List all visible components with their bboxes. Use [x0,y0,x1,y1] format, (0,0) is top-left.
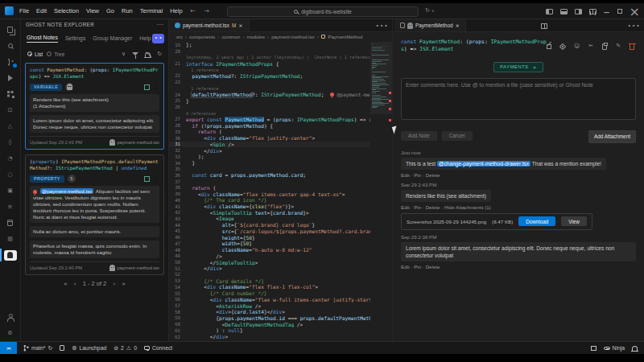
notifications-off-icon[interactable] [145,52,151,57]
activity-extension-f[interactable] [0,215,20,231]
activity-settings[interactable]: ⚙ [0,325,20,341]
bell-icon[interactable] [632,346,638,351]
tab-ghost-note-paymentmethod[interactable]: PaymentMethod × [394,19,466,31]
expand-icon[interactable] [547,44,551,49]
breadcrumb-item-modules[interactable]: modules [247,35,265,39]
comment-action-delete[interactable]: Delete [426,264,440,269]
activity-search[interactable] [0,38,20,54]
minimap[interactable] [370,42,392,341]
view-button[interactable]: View [561,216,587,226]
box-icon[interactable] [591,346,597,351]
comment-action-edit[interactable]: Edit [401,264,410,269]
menu-terminal[interactable]: Terminal [140,7,163,14]
activity-run-debug[interactable] [0,70,20,86]
activity-extension-g[interactable]: ▨ [0,231,20,247]
note-file-link[interactable]: payment-method.tsx [109,139,159,146]
menu-go[interactable]: Go [106,7,114,14]
nav-ghost-notes[interactable]: Ghost Notes [27,35,58,43]
open-file-icon[interactable] [144,176,150,182]
add-note-button[interactable]: Add Note [401,131,437,141]
view-mode-list[interactable]: List [27,51,43,57]
collapse-icon[interactable]: ∨ [122,51,126,57]
activity-extension-b[interactable]: ◔ [0,150,20,167]
ghost-note-card[interactable]: const PaymentMethod: (props: IPaymentMet… [25,63,164,150]
breadcrumb-item-components[interactable]: components [189,35,215,39]
discord-icon[interactable] [152,34,164,43]
activity-ghost-note[interactable] [0,247,20,263]
note-file-link[interactable]: payment-method.tsx [109,265,159,271]
menu-file[interactable]: File [19,7,29,14]
menu-run[interactable]: Run [122,7,133,14]
card-menu-icon[interactable]: ⋮ [153,84,159,90]
activity-extension-e[interactable]: ≡ [0,199,20,215]
activity-extension-c[interactable]: ○ [0,167,20,183]
open-file-icon[interactable] [144,84,150,90]
prev-page-icon[interactable]: ‹ [74,280,76,287]
comment-action-pin[interactable]: Pin [414,204,421,210]
maximize-icon[interactable] [617,9,622,14]
file-mention[interactable]: @change-payment-method-drawer.tsx [437,161,530,167]
comment-action-delete[interactable]: Delete [426,204,440,210]
close-icon[interactable]: × [630,4,640,19]
tag-payments[interactable]: PAYMENTS × [493,62,543,72]
activity-extensions[interactable] [0,86,20,102]
activity-explorer[interactable] [0,22,20,38]
branch-status[interactable]: main*↻ [23,344,52,352]
comment-action-delete[interactable]: Delete [426,172,440,178]
activity-extension-d[interactable]: ▣ [0,183,20,199]
first-page-icon[interactable]: « [64,280,68,287]
clipboard-icon[interactable] [602,43,607,50]
run-control[interactable]: ↻ ∨ [425,7,435,14]
ghost-note-card[interactable]: (property) IPaymentMethodProps.defaultPa… [25,154,164,275]
cancel-button[interactable]: Cancel [442,131,473,141]
nav-group-manager[interactable]: Group Manager [93,35,132,41]
menu-edit[interactable]: Edit [36,7,47,14]
marker-icon[interactable]: ✎ [616,43,621,49]
comment-input[interactable] [401,78,636,120]
launchpad-status[interactable]: ⚙Launchpad [72,345,106,352]
editor-actions-icon[interactable]: ⋯ [375,18,388,33]
activity-testing[interactable]: △ [0,118,20,134]
last-page-icon[interactable]: » [122,280,126,287]
connect-status[interactable]: Connect [144,345,172,351]
split-editor-icon[interactable] [541,18,547,33]
menu-help[interactable]: Help [170,7,182,14]
remote-indicator[interactable]: >< [0,342,17,354]
menu-selection[interactable]: Selection [54,7,79,14]
filter-icon[interactable] [132,52,138,56]
toggle-panel-icon[interactable] [560,9,568,14]
menu-view[interactable]: View [86,7,99,14]
sidebar-more-icon[interactable]: ⋯ [157,22,163,28]
activity-remote-explorer[interactable]: ⊡ [0,102,20,118]
comment-action-edit[interactable]: Edit [401,172,410,178]
nav-settings[interactable]: Settings [65,35,85,41]
tag-icon[interactable] [559,43,566,49]
code-area[interactable]: 19};20leytonoday, 2 years ago | 1 author… [169,42,370,341]
forward-icon[interactable]: → [204,7,209,14]
activity-extension-a[interactable]: ◊ [0,134,20,150]
refresh-icon[interactable]: ↻ [157,51,162,57]
delete-icon[interactable] [630,44,634,50]
toggle-sidebar-icon[interactable] [546,9,553,14]
file-mention[interactable]: @payment-method.tsx [40,188,93,194]
tab-payment-method[interactable]: payment-method.tsx M × [169,19,250,31]
minimize-icon[interactable]: – [604,4,610,19]
nav-help[interactable]: Help [139,35,151,41]
scissors-icon[interactable]: ✂ [588,43,593,49]
command-center-search[interactable]: digiboard-tts-website [227,6,419,17]
activity-accounts[interactable] [0,309,20,325]
add-attachment-button[interactable]: Add Attachment [588,130,636,143]
toggle-secondary-sidebar-icon[interactable] [575,9,582,14]
download-button[interactable]: Download [518,216,555,226]
remove-tag-icon[interactable]: × [532,64,536,70]
comment-action-pin[interactable]: Pin [414,172,421,178]
comment-action-pin[interactable]: Pin [414,264,421,269]
breadcrumb-item-src[interactable]: src [176,35,183,39]
breadcrumb-item-common[interactable]: common [222,35,241,39]
docs-status[interactable] [60,345,64,351]
emoji-icon[interactable]: ☺ [574,43,580,49]
back-icon[interactable]: ← [191,7,196,14]
close-tab-icon[interactable]: × [456,23,460,29]
close-tab-icon[interactable]: × [238,23,242,29]
next-page-icon[interactable]: › [113,280,115,287]
